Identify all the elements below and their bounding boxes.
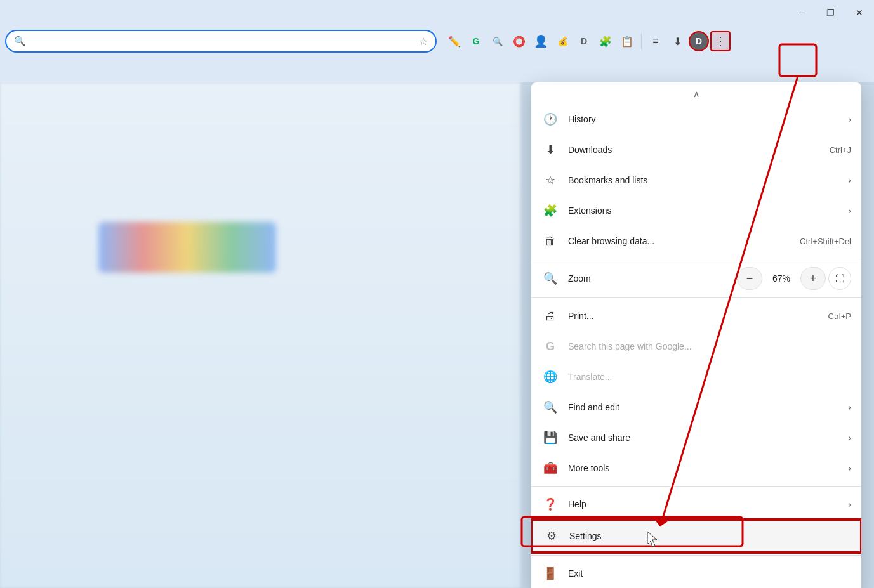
page-content <box>0 82 520 588</box>
print-label: Print... <box>568 311 828 321</box>
dict-icon[interactable]: D <box>574 31 594 51</box>
menu-item-find-edit[interactable]: 🔍 Find and edit › <box>531 392 861 422</box>
profile-button[interactable]: D <box>689 31 709 51</box>
menu-item-search-google[interactable]: G Search this page with Google... <box>531 331 861 362</box>
more-tools-arrow: › <box>848 463 851 473</box>
menu-section-1: 🕐 History › ⬇ Downloads Ctrl+J ☆ Bookmar… <box>531 101 861 259</box>
clear-data-shortcut: Ctrl+Shift+Del <box>800 237 851 246</box>
search-google-label: Search this page with Google... <box>568 341 851 351</box>
more-tools-icon: 🧰 <box>541 459 559 477</box>
zoom-minus-button[interactable]: − <box>737 267 762 290</box>
puzzle-icon[interactable]: 🧩 <box>595 31 616 51</box>
history-label: History <box>568 114 843 124</box>
history-icon: 🕐 <box>541 110 559 128</box>
dropdown-menu: ∧ 🕐 History › ⬇ Downloads Ctrl+J ☆ Bookm… <box>531 82 861 588</box>
grammarly-icon[interactable]: G <box>466 31 486 51</box>
find-edit-icon: 🔍 <box>541 398 559 416</box>
star-icon[interactable]: ☆ <box>419 36 428 48</box>
clear-data-label: Clear browsing data... <box>568 236 800 246</box>
translate-label: Translate... <box>568 372 851 382</box>
history-arrow: › <box>848 114 851 124</box>
extensions-icon: 🧩 <box>541 202 559 219</box>
save-share-icon: 💾 <box>541 429 559 447</box>
settings-icon: ⚙ <box>543 527 560 545</box>
downloads-icon: ⬇ <box>541 141 559 159</box>
menu-item-extensions[interactable]: 🧩 Extensions › <box>531 195 861 226</box>
bookmarks-arrow: › <box>848 175 851 185</box>
settings-label: Settings <box>569 531 850 541</box>
address-bar[interactable]: 🔍 ☆ <box>5 30 437 53</box>
help-label: Help <box>568 499 843 509</box>
exit-label: Exit <box>568 568 851 578</box>
save-share-label: Save and share <box>568 433 843 443</box>
menu-item-print[interactable]: 🖨 Print... Ctrl+P <box>531 301 861 331</box>
menu-section-3: ❓ Help › ⚙ Settings <box>531 487 861 556</box>
menu-item-translate[interactable]: 🌐 Translate... <box>531 362 861 392</box>
exit-icon: 🚪 <box>541 565 559 582</box>
extensions-label: Extensions <box>568 206 843 216</box>
menu-item-exit[interactable]: 🚪 Exit <box>531 558 861 588</box>
profile-icon[interactable]: 👤 <box>531 31 551 51</box>
menu-item-help[interactable]: ❓ Help › <box>531 489 861 519</box>
download-icon[interactable]: ⬇ <box>667 31 687 51</box>
google-logo <box>76 209 298 285</box>
menu-item-history[interactable]: 🕐 History › <box>531 104 861 134</box>
window-controls: − ❐ ✕ <box>786 0 874 25</box>
price-icon[interactable]: 💰 <box>552 31 573 51</box>
menu-item-more-tools[interactable]: 🧰 More tools › <box>531 453 861 483</box>
menu-item-bookmarks[interactable]: ☆ Bookmarks and lists › <box>531 165 861 195</box>
translate-menu-icon: 🌐 <box>541 368 559 386</box>
more-tools-label: More tools <box>568 463 843 473</box>
find-edit-arrow: › <box>848 402 851 412</box>
menu-item-downloads[interactable]: ⬇ Downloads Ctrl+J <box>531 134 861 165</box>
zoom-label: Zoom <box>568 273 600 284</box>
bookmarks-icon: ☆ <box>541 171 559 189</box>
help-arrow: › <box>848 499 851 509</box>
menu-item-clear-data[interactable]: 🗑 Clear browsing data... Ctrl+Shift+Del <box>531 226 861 256</box>
zoom-fullscreen-button[interactable]: ⛶ <box>828 267 851 290</box>
zoom-row: 🔍 Zoom − 67% + ⛶ <box>531 262 861 295</box>
toolbar: 🔍 ☆ ✏️ G 🔍 ⭕ 👤 💰 D 🧩 📋 ≡ ⬇ D ⋮ <box>0 25 874 57</box>
toolbar-icons: ✏️ G 🔍 ⭕ 👤 💰 D 🧩 📋 ≡ ⬇ D ⋮ <box>444 31 731 51</box>
search-icon: 🔍 <box>14 36 26 47</box>
close-button[interactable]: ✕ <box>845 0 874 25</box>
downloads-shortcut: Ctrl+J <box>830 145 851 155</box>
menu-item-settings[interactable]: ⚙ Settings <box>531 519 861 552</box>
zoom-plus-button[interactable]: + <box>800 267 826 290</box>
menu-section-2: 🖨 Print... Ctrl+P G Search this page wit… <box>531 298 861 487</box>
help-icon: ❓ <box>541 495 559 513</box>
find-edit-label: Find and edit <box>568 402 843 412</box>
opera-icon[interactable]: ⭕ <box>509 31 529 51</box>
menu-section-zoom: 🔍 Zoom − 67% + ⛶ <box>531 259 861 298</box>
zoom-controls: − 67% + ⛶ <box>737 267 851 290</box>
divider <box>641 34 642 49</box>
reading-list-icon[interactable]: ≡ <box>646 31 666 51</box>
bookmarks-label: Bookmarks and lists <box>568 175 843 185</box>
translate-icon[interactable]: 🔍 <box>487 31 508 51</box>
menu-collapse-arrow: ∧ <box>531 86 861 101</box>
pen-icon[interactable]: ✏️ <box>444 31 465 51</box>
clipboard-icon[interactable]: 📋 <box>617 31 637 51</box>
print-shortcut: Ctrl+P <box>828 311 851 321</box>
zoom-value: 67% <box>762 273 800 284</box>
downloads-label: Downloads <box>568 145 830 155</box>
menu-section-4: 🚪 Exit <box>531 556 861 588</box>
minimize-button[interactable]: − <box>786 0 816 25</box>
maximize-button[interactable]: ❐ <box>816 0 845 25</box>
print-icon: 🖨 <box>541 307 559 325</box>
save-share-arrow: › <box>848 433 851 443</box>
clear-data-icon: 🗑 <box>541 232 559 250</box>
extensions-arrow: › <box>848 206 851 216</box>
three-dots-button[interactable]: ⋮ <box>710 31 731 51</box>
zoom-icon: 🔍 <box>541 270 559 287</box>
menu-item-save-share[interactable]: 💾 Save and share › <box>531 422 861 453</box>
search-google-icon: G <box>541 337 559 355</box>
title-bar: − ❐ ✕ <box>0 0 874 25</box>
